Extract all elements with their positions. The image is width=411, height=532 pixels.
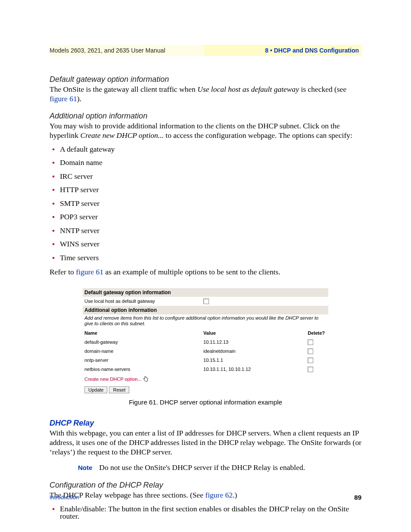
create-dhcp-option-link[interactable]: Create new DHCP option... (84, 376, 141, 382)
figure-caption: Figure 61. DHCP server optional informat… (50, 398, 361, 406)
figure-61: Default gateway option information Use l… (83, 288, 328, 394)
text: to access the configuration webpage. The… (164, 131, 352, 140)
reset-button[interactable]: Reset (109, 386, 129, 393)
table-row: domain-name idealnetdomain (83, 346, 328, 355)
table-row: default-gateway 10.11.12.13 (83, 337, 328, 346)
header-right: 8 • DHCP and DNS Configuration (204, 45, 361, 56)
section-heading-dhcp-relay: DHCP Relay (50, 419, 361, 428)
list-item: Enable/disable: The button in the first … (50, 505, 361, 520)
checkbox[interactable] (308, 358, 313, 363)
list-item: HTTP server (50, 186, 361, 194)
cell-value: 10.10.1.11, 10.10.1.12 (203, 367, 308, 372)
section-heading-config-relay: Configuration of the DHCP Relay (50, 481, 361, 490)
note-label: Note (78, 463, 92, 472)
checkbox[interactable] (308, 339, 313, 345)
options-list: A default gateway Domain name IRC server… (50, 146, 361, 262)
section-heading-default-gateway: Default gateway option information (50, 75, 361, 84)
cell-value: 10.15.1.1 (203, 358, 308, 363)
cell-name: default-gateway (84, 339, 203, 345)
config-list: Enable/disable: The button in the first … (50, 505, 361, 520)
cell-name: netbios-name-servers (84, 367, 203, 372)
text: is checked (see (299, 85, 346, 93)
text-italic: Use local host as default gateway (197, 85, 299, 93)
text-italic: Create new DHCP option... (80, 131, 163, 140)
text: Refer to (50, 268, 76, 276)
hand-cursor-icon (143, 376, 148, 383)
list-item: Time servers (50, 254, 361, 262)
text: ). (77, 94, 81, 103)
checkbox[interactable] (308, 367, 313, 372)
paragraph: Refer to figure 61 as an example of mult… (50, 268, 361, 277)
page-number: 89 (354, 494, 361, 501)
update-button[interactable]: Update (84, 386, 107, 393)
cell-name: nntp-server (84, 358, 203, 363)
checkbox[interactable] (308, 348, 313, 354)
figure-link[interactable]: figure 61 (76, 268, 103, 276)
table-row: netbios-name-servers 10.10.1.11, 10.10.1… (83, 364, 328, 373)
column-header-value: Value (203, 330, 308, 336)
note-text: Do not use the OnSite's DHCP server if t… (99, 463, 305, 472)
text: The OnSite is the gateway all client tra… (50, 85, 197, 93)
figure-link[interactable]: figure 61 (50, 94, 77, 103)
table-row: nntp-server 10.15.1.1 (83, 355, 328, 364)
list-item: NNTP server (50, 227, 361, 235)
note: Note Do not use the OnSite's DHCP server… (78, 463, 361, 472)
checkbox[interactable] (203, 299, 209, 304)
paragraph: With this webpage, you can enter a list … (50, 429, 361, 457)
column-header-name: Name (84, 330, 203, 336)
list-item: Domain name (50, 159, 361, 167)
page-header: Models 2603, 2621, and 2635 User Manual … (50, 45, 361, 56)
fig-label: Use local host as default gateway (84, 299, 203, 304)
cell-name: domain-name (84, 348, 203, 354)
list-item: WINS server (50, 240, 361, 248)
header-left: Models 2603, 2621, and 2635 User Manual (50, 45, 204, 56)
paragraph: The OnSite is the gateway all client tra… (50, 85, 361, 104)
list-item: A default gateway (50, 146, 361, 153)
fig-description: Add and remove items from this list to c… (83, 314, 328, 328)
fig-section-header: Additional option information (83, 306, 328, 314)
section-heading-additional-option: Additional option information (50, 112, 361, 121)
column-header-delete: Delete? (308, 330, 327, 336)
page-footer: Introduction 89 (50, 494, 361, 501)
paragraph: You may wish to provide additional infor… (50, 121, 361, 140)
list-item: IRC server (50, 173, 361, 180)
cell-value: 10.11.12.13 (203, 339, 308, 345)
list-item: SMTP server (50, 200, 361, 208)
footer-section: Introduction (50, 494, 79, 501)
fig-section-header: Default gateway option information (83, 288, 328, 297)
cell-value: idealnetdomain (203, 348, 308, 354)
text: as an example of multiple options to be … (103, 268, 280, 276)
list-item: POP3 server (50, 213, 361, 221)
